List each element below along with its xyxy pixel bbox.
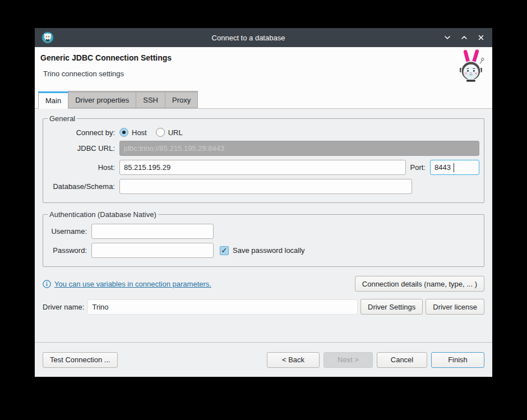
password-input[interactable]	[91, 243, 214, 258]
general-group: General Connect by: Host URL JDBC URL: H…	[43, 114, 484, 203]
radio-url-label: URL	[168, 128, 183, 137]
connect-by-host-radio[interactable]: Host	[119, 128, 147, 137]
radio-host-icon	[119, 128, 128, 137]
driver-name-value	[87, 299, 358, 315]
general-group-legend: General	[48, 114, 77, 123]
tab-driver-properties[interactable]: Driver properties	[68, 91, 136, 108]
jdbc-url-input	[119, 141, 479, 156]
tab-bar: Main Driver properties SSH Proxy	[35, 90, 492, 109]
username-row: Username:	[48, 224, 479, 239]
page-subtitle: Trino connection settings	[43, 70, 124, 78]
close-icon[interactable]	[477, 33, 486, 42]
main-panel: General Connect by: Host URL JDBC URL: H…	[35, 109, 492, 342]
radio-host-label: Host	[132, 128, 147, 137]
cancel-button[interactable]: Cancel	[377, 352, 427, 368]
finish-button[interactable]: Finish	[431, 352, 484, 368]
password-row: Password: ✓ Save password locally	[48, 243, 479, 258]
database-schema-label: Database/Schema:	[48, 182, 115, 191]
dialog-header: Generic JDBC Connection Settings Trino c…	[35, 47, 492, 90]
database-schema-input[interactable]	[119, 179, 412, 194]
trino-bunny-logo	[456, 49, 487, 84]
username-label: Username:	[48, 227, 87, 236]
connect-by-label: Connect by:	[48, 128, 115, 137]
variables-info-row: You can use variables in connection para…	[43, 276, 484, 292]
titlebar: Connect to a database	[35, 28, 492, 47]
password-label: Password:	[48, 246, 87, 255]
authentication-group-legend: Authentication (Database Native)	[48, 210, 158, 219]
database-row: Database/Schema:	[48, 179, 479, 194]
save-password-checkbox[interactable]: ✓ Save password locally	[220, 246, 305, 255]
connection-details-button[interactable]: Connection details (name, type, ... )	[355, 276, 484, 292]
connect-by-url-radio[interactable]: URL	[156, 128, 183, 137]
info-icon	[43, 280, 51, 288]
checkbox-checked-icon: ✓	[220, 246, 229, 255]
driver-settings-button[interactable]: Driver Settings	[360, 299, 423, 315]
dbeaver-app-icon	[41, 31, 54, 44]
radio-url-icon	[156, 128, 165, 137]
page-title: Generic JDBC Connection Settings	[40, 53, 172, 62]
variables-link[interactable]: You can use variables in connection para…	[54, 280, 211, 288]
jdbc-url-label: JDBC URL:	[48, 144, 115, 153]
minimize-icon[interactable]	[443, 33, 452, 42]
host-row: Host: Port:	[48, 160, 479, 175]
jdbc-url-row: JDBC URL:	[48, 141, 479, 156]
host-label: Host:	[48, 163, 115, 172]
test-connection-button[interactable]: Test Connection ...	[43, 352, 118, 368]
port-field-wrap	[430, 160, 479, 175]
tab-proxy[interactable]: Proxy	[165, 91, 198, 108]
back-button[interactable]: < Back	[267, 352, 320, 368]
tab-main[interactable]: Main	[38, 91, 68, 109]
host-input[interactable]	[119, 160, 406, 175]
authentication-group: Authentication (Database Native) Usernam…	[43, 210, 484, 267]
driver-license-button[interactable]: Driver license	[426, 299, 484, 315]
wizard-buttons: < Back Next > Cancel Finish	[267, 352, 484, 368]
connect-database-dialog: Connect to a database Generic JDBC Conne…	[35, 28, 492, 377]
dialog-button-bar: Test Connection ... < Back Next > Cancel…	[35, 342, 492, 377]
window-title: Connect to a database	[54, 34, 443, 42]
next-button: Next >	[323, 352, 373, 368]
port-label: Port:	[410, 163, 426, 172]
text-caret	[454, 163, 454, 172]
driver-name-row: Driver name: Driver Settings Driver lice…	[43, 299, 484, 315]
connect-by-row: Connect by: Host URL	[48, 128, 479, 137]
window-controls	[443, 33, 486, 42]
port-input[interactable]	[430, 160, 479, 175]
tab-ssh[interactable]: SSH	[136, 91, 165, 108]
save-password-label: Save password locally	[233, 246, 305, 255]
username-input[interactable]	[91, 224, 214, 239]
driver-name-label: Driver name:	[43, 303, 84, 311]
maximize-icon[interactable]	[460, 33, 469, 42]
